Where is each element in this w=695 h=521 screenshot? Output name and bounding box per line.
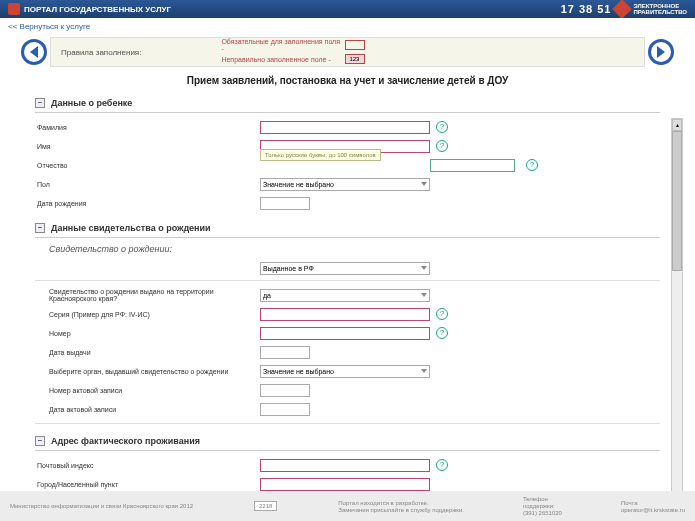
series-label: Серия (Пример для РФ: IV-ИС) <box>35 311 260 318</box>
gender-select[interactable]: Значение не выбрано <box>260 178 430 191</box>
lastname-input[interactable] <box>260 121 430 134</box>
collapse-icon[interactable]: − <box>35 223 45 233</box>
header-bar: ПОРТАЛ ГОСУДАРСТВЕННЫХ УСЛУГ 17 38 51 ЭЛ… <box>0 0 695 18</box>
rules-bar: Правила заполнения: Обязательные для зап… <box>50 37 645 67</box>
hint-tooltip: Только русские буквы, до 100 символов <box>260 149 381 161</box>
region-select[interactable]: да <box>260 289 430 302</box>
time-display: 17 38 51 <box>561 3 612 15</box>
city-label: Город/Населенный пункт <box>35 481 260 488</box>
prev-button[interactable] <box>21 39 47 65</box>
record-num-input[interactable] <box>260 384 310 397</box>
arrow-right-icon <box>657 46 665 58</box>
section-title: Данные свидетельства о рождении <box>51 223 211 233</box>
cert-country-select[interactable]: Выданное в РФ <box>260 262 430 275</box>
invalid-label: Неправильно заполненное поле - <box>221 56 341 63</box>
number-input[interactable] <box>260 327 430 340</box>
counter-badge: 2218 <box>254 501 277 511</box>
section-title: Адрес фактического проживания <box>51 436 200 446</box>
birthdate-label: Дата рождения <box>35 200 260 207</box>
firstname-label: Имя <box>35 143 260 150</box>
lastname-label: Фамилия <box>35 124 260 131</box>
help-icon[interactable]: ? <box>436 140 448 152</box>
back-link[interactable]: << Вернуться к услуге <box>0 18 695 35</box>
portal-title: ПОРТАЛ ГОСУДАРСТВЕННЫХ УСЛУГ <box>24 5 171 14</box>
elec-gov-label: ЭЛЕКТРОННОЕПРАВИТЕЛЬСТВО <box>633 3 687 15</box>
next-button[interactable] <box>648 39 674 65</box>
series-input[interactable] <box>260 308 430 321</box>
help-icon[interactable]: ? <box>436 308 448 320</box>
help-icon[interactable]: ? <box>436 459 448 471</box>
patronymic-input[interactable] <box>430 159 515 172</box>
gov-logo-icon <box>613 0 633 19</box>
scroll-thumb[interactable] <box>672 131 682 271</box>
record-date-label: Дата актовой записи <box>35 406 260 413</box>
help-icon[interactable]: ? <box>526 159 538 171</box>
postcode-input[interactable] <box>260 459 430 472</box>
issuer-label: Выберите орган, выдавший свидетельство о… <box>35 368 260 375</box>
number-label: Номер <box>35 330 260 337</box>
issue-date-label: Дата выдачи <box>35 349 260 356</box>
page-title: Прием заявлений, постановка на учет и за… <box>0 75 695 86</box>
scrollbar[interactable]: ▴ ▾ <box>671 118 683 508</box>
issue-date-input[interactable] <box>260 346 310 359</box>
invalid-sample: 123 <box>345 54 365 64</box>
required-label: Обязательные для заполнения поля - <box>221 38 341 52</box>
issuer-select[interactable]: Значение не выбрано <box>260 365 430 378</box>
patronymic-label: Отчество <box>35 162 260 169</box>
help-icon[interactable]: ? <box>436 327 448 339</box>
record-num-label: Номер актовой записи <box>35 387 260 394</box>
postcode-label: Почтовый индекс <box>35 462 260 469</box>
footer: Министерство информатизации и связи Крас… <box>0 491 695 521</box>
birthdate-input[interactable] <box>260 197 310 210</box>
section-title: Данные о ребенке <box>51 98 132 108</box>
collapse-icon[interactable]: − <box>35 98 45 108</box>
rules-title: Правила заполнения: <box>61 48 141 57</box>
arrow-left-icon <box>30 46 38 58</box>
subsection-title: Свидетельство о рождении: <box>49 244 660 254</box>
city-input[interactable] <box>260 478 430 491</box>
help-icon[interactable]: ? <box>436 121 448 133</box>
record-date-input[interactable] <box>260 403 310 416</box>
ministry-text: Министерство информатизации и связи Крас… <box>10 503 193 509</box>
emblem-icon <box>8 3 20 15</box>
required-sample <box>345 40 365 50</box>
scroll-up-icon[interactable]: ▴ <box>672 119 682 131</box>
gender-label: Пол <box>35 181 260 188</box>
collapse-icon[interactable]: − <box>35 436 45 446</box>
region-question-label: Свидетельство о рождении выдано на терри… <box>35 288 260 302</box>
